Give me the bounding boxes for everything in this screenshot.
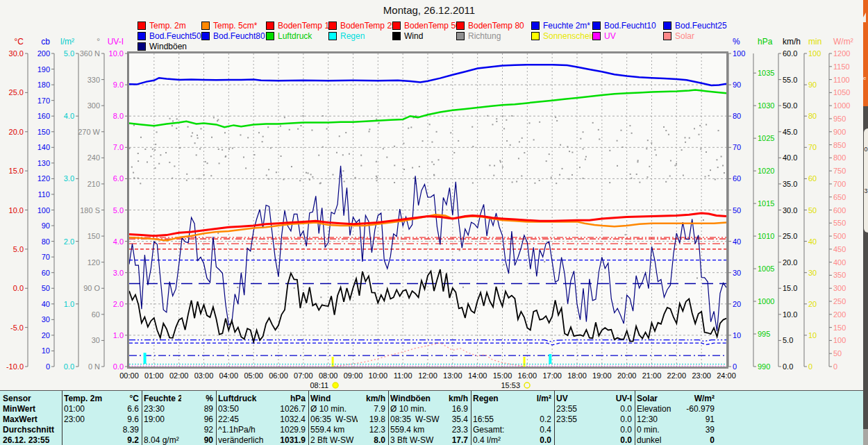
richtung-dots (429, 124, 431, 125)
table-cell-windb-en-value: 23.3 (425, 425, 468, 435)
richtung-dots (140, 137, 142, 138)
axis-tick-label: 190 (37, 65, 50, 74)
axis-tick-label: 1.0 (64, 300, 74, 308)
axis-tick-label: 80 (808, 112, 817, 120)
axis-tick-label: 20.0 (783, 258, 797, 267)
richtung-dots (394, 165, 395, 166)
table-header-unit-feuchte-2m: % (172, 394, 213, 403)
richtung-dots (137, 160, 139, 162)
richtung-dots (496, 121, 497, 122)
richtung-dots (579, 167, 581, 168)
axis-tick-label: 4.0 (113, 237, 124, 246)
richtung-dots (211, 137, 212, 138)
axis-tick-label: 20 (733, 300, 741, 308)
x-axis-tick-label: 12:00 (418, 371, 437, 380)
richtung-dots (299, 180, 301, 181)
richtung-dots (503, 264, 504, 265)
soil-moisture-axis: cb20019018017016015014013012011010090807… (37, 37, 54, 371)
richtung-dots (521, 175, 522, 176)
richtung-dots (555, 117, 556, 118)
table-cell-temp-2m-value: 8.39 (96, 425, 139, 435)
axis-tick-label: 200 (37, 49, 50, 58)
richtung-dots (310, 174, 312, 175)
richtung-dots (621, 297, 622, 299)
richtung-dots (546, 160, 547, 162)
axis-tick-label: 140 (37, 143, 50, 151)
table-cell-temp-2m-value: 9.6 (96, 414, 139, 424)
richtung-dots (197, 135, 198, 136)
axis-tick-label: 120 (37, 174, 50, 183)
richtung-dots (192, 132, 193, 133)
richtung-dots (176, 118, 178, 119)
richtung-dots (172, 125, 173, 126)
richtung-dots (322, 115, 324, 117)
table-cell-feuchte-2m-value: 96 (170, 414, 213, 424)
richtung-dots (172, 178, 173, 179)
richtung-dots (609, 150, 610, 151)
richtung-dots (511, 115, 512, 117)
axis-tick-label: 8.0 (113, 112, 124, 120)
richtung-dots (637, 160, 639, 161)
x-axis-tick-label: 22:00 (667, 371, 687, 380)
richtung-dots (472, 183, 474, 184)
richtung-dots (551, 177, 552, 178)
axis-tick-label: 45.0 (783, 128, 797, 136)
axis-tick-label: 100 (833, 336, 846, 344)
table-cell-luftdruck-value: 1026.7 (262, 404, 306, 414)
axis-tick-label: 0 (833, 362, 837, 371)
richtung-dots (539, 180, 540, 181)
richtung-dots (585, 159, 586, 160)
axis-tick-label: 0 (808, 362, 812, 371)
richtung-dots (376, 177, 378, 178)
table-cell-regen-value: 0.4 (508, 425, 551, 435)
richtung-dots (205, 161, 206, 162)
rain-axis: l/m²5.04.03.02.01.00.0 (60, 37, 78, 371)
axis-unit-label: cb (41, 37, 50, 47)
richtung-dots (376, 176, 377, 177)
richtung-dots (394, 146, 395, 147)
richtung-dots (583, 178, 584, 179)
richtung-dots (199, 178, 200, 179)
richtung-dots (210, 175, 212, 176)
richtung-dots (521, 137, 523, 139)
table-column-separator (142, 391, 142, 445)
sonnenschein-ticks (524, 357, 526, 367)
solar-axis: W/m²120011501100105010009509008508007507… (829, 37, 853, 371)
richtung-dots (646, 176, 648, 178)
background-window-strip[interactable]: e 03 (863, 0, 868, 445)
axis-tick-label: 15.0 (783, 284, 797, 292)
richtung-dots (620, 130, 621, 131)
richtung-dots (715, 178, 716, 180)
richtung-dots (258, 132, 260, 133)
sunset-sun-icon (524, 383, 530, 388)
axis-tick-label: 7.0 (113, 143, 124, 151)
x-axis-tick-label: 20:00 (617, 371, 637, 380)
axis-tick-label: 1015 (758, 199, 774, 208)
table-cell-temp-2m-value: 9.2 (96, 435, 139, 445)
table-column-separator (635, 391, 635, 445)
axis-tick-label: 90 O (83, 284, 100, 292)
richtung-dots (306, 172, 307, 174)
richtung-dots (721, 156, 722, 157)
axis-tick-label: 1030 (758, 101, 774, 110)
richtung-dots (225, 156, 226, 158)
richtung-dots (617, 165, 618, 167)
axis-tick-label: 10.0 (9, 206, 24, 215)
x-axis-tick-label: 01:00 (144, 371, 164, 380)
richtung-dots (345, 132, 347, 133)
richtung-dots (649, 166, 650, 167)
richtung-dots (155, 144, 156, 145)
richtung-dots (539, 121, 540, 123)
axis-tick-label: 25.0 (783, 232, 797, 240)
axis-tick-label: 60 (42, 269, 50, 277)
axis-tick-label: 40 (733, 237, 741, 246)
x-axis-tick-label: 16:00 (518, 371, 537, 380)
richtung-dots (694, 128, 695, 129)
axis-tick-label: -10.0 (6, 362, 24, 371)
richtung-dots (150, 156, 151, 157)
axis-tick-label: 10 (42, 346, 50, 355)
axis-tick-label: 3.0 (113, 269, 124, 277)
richtung-dots (280, 126, 281, 127)
richtung-dots (300, 125, 301, 126)
axis-tick-label: 100 (37, 206, 50, 215)
